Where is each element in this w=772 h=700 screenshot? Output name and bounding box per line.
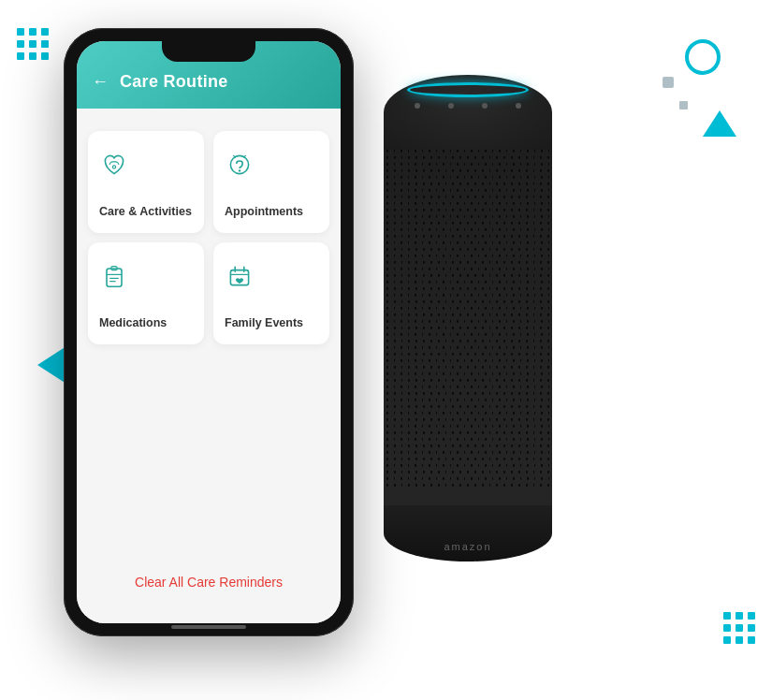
echo-top	[384, 75, 552, 150]
care-activities-label: Care & Activities	[99, 205, 192, 218]
echo-grille: // Generate grille dots dynamically cons…	[384, 150, 552, 505]
amazon-label: amazon	[444, 541, 491, 552]
medications-icon	[99, 261, 129, 298]
phone-device: ← Care Routine Care	[64, 28, 354, 655]
appointments-icon	[225, 150, 255, 186]
deco-square1	[663, 77, 674, 88]
family-events-label: Family Events	[225, 316, 303, 329]
deco-circle	[685, 39, 721, 75]
menu-card-medications[interactable]: Medications	[88, 242, 204, 344]
echo-ring	[407, 82, 529, 97]
menu-card-care-activities[interactable]: Care & Activities	[88, 131, 204, 233]
echo-bottom: amazon	[384, 505, 552, 561]
deco-square2	[679, 101, 688, 109]
clear-reminders-button[interactable]: Clear All Care Reminders	[88, 563, 329, 601]
menu-card-family-events[interactable]: Family Events	[213, 242, 329, 344]
echo-device: // Generate grille dots dynamically cons…	[365, 75, 571, 599]
deco-grid-topleft	[17, 28, 49, 60]
family-events-icon	[225, 261, 255, 298]
home-indicator	[171, 625, 246, 629]
medications-label: Medications	[99, 316, 167, 329]
phone-notch	[162, 41, 255, 62]
app-content: Care & Activities Appointments	[77, 109, 341, 623]
phone-screen: ← Care Routine Care	[77, 41, 341, 623]
menu-grid: Care & Activities Appointments	[88, 131, 329, 344]
deco-triangle	[703, 110, 736, 137]
app-title: Care Routine	[120, 72, 228, 92]
echo-body: // Generate grille dots dynamically cons…	[384, 150, 552, 505]
svg-rect-3	[107, 269, 122, 286]
menu-card-appointments[interactable]: Appointments	[213, 131, 329, 233]
appointments-label: Appointments	[225, 205, 303, 218]
echo-top-dots	[415, 103, 521, 109]
svg-point-0	[112, 166, 115, 168]
care-icon	[99, 150, 129, 186]
deco-grid-bottomright	[723, 612, 755, 644]
svg-point-2	[239, 169, 240, 171]
back-button[interactable]: ←	[92, 72, 109, 92]
